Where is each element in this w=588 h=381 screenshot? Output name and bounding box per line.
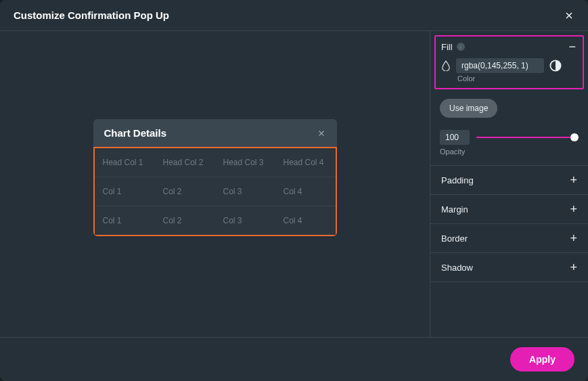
modal-footer: Apply [0,337,588,381]
chart-table-selection[interactable]: Head Col 1 Head Col 2 Head Col 3 Head Co… [93,147,337,236]
widget-title: Chart Details [104,127,167,139]
section-padding[interactable]: Padding + [430,165,588,194]
customize-confirmation-modal: Customize Confirmation Pop Up Chart Deta… [0,0,588,381]
table-header-cell: Head Col 2 [155,148,215,177]
modal-close-button[interactable] [564,10,574,21]
modal-body: Chart Details Head Col 1 Head Col 2 [0,31,588,337]
fill-color-input[interactable] [456,58,544,73]
slider-thumb[interactable] [570,133,579,141]
expand-icon: + [570,261,577,273]
fill-section-header: Fill i − [441,41,577,53]
table-cell: Col 1 [95,206,155,236]
table-cell: Col 4 [275,177,336,206]
expand-icon: + [570,174,577,186]
section-shadow[interactable]: Shadow + [430,252,588,282]
table-cell: Col 1 [95,177,155,206]
fill-color-row [441,58,577,73]
opacity-slider[interactable] [476,132,579,143]
contrast-icon[interactable] [549,60,562,72]
color-drop-icon[interactable] [441,60,451,71]
modal-title: Customize Confirmation Pop Up [14,9,169,21]
preview-canvas: Chart Details Head Col 1 Head Col 2 [0,31,430,337]
section-label: Shadow [441,263,473,273]
modal-header: Customize Confirmation Pop Up [0,0,588,31]
table-cell: Col 4 [275,206,336,236]
table-header-cell: Head Col 1 [95,148,155,177]
fill-color-label: Color [457,74,577,83]
table-header-cell: Head Col 4 [275,148,336,177]
section-label: Padding [441,175,474,185]
expand-icon: + [570,203,577,215]
table-row: Col 1 Col 2 Col 3 Col 4 [95,177,336,206]
close-icon [317,129,326,138]
widget-header: Chart Details [93,119,337,147]
slider-track [476,137,579,138]
opacity-row [440,130,579,145]
fill-label: Fill [441,42,453,52]
fill-section: Fill i − Color [434,35,584,89]
apply-button[interactable]: Apply [510,347,574,372]
section-margin[interactable]: Margin + [430,194,588,223]
widget-close-button[interactable] [317,129,326,138]
chart-details-widget[interactable]: Chart Details Head Col 1 Head Col 2 [93,119,337,236]
section-label: Border [441,233,468,244]
table-cell: Col 3 [215,177,275,206]
table-cell: Col 2 [155,177,215,206]
collapsible-sections: Padding + Margin + Border + Shadow + [430,165,588,282]
section-label: Margin [441,204,468,215]
fill-title-wrap: Fill i [441,42,465,52]
table-header-row: Head Col 1 Head Col 2 Head Col 3 Head Co… [95,148,336,177]
section-border[interactable]: Border + [430,223,588,252]
opacity-label: Opacity [440,148,579,156]
use-image-button[interactable]: Use image [440,99,497,118]
table-row: Col 1 Col 2 Col 3 Col 4 [95,206,336,236]
style-side-panel: Fill i − Color [430,31,588,337]
close-icon [564,10,574,21]
opacity-input[interactable] [440,130,470,145]
table-cell: Col 2 [155,206,215,236]
info-icon[interactable]: i [457,43,465,51]
table-cell: Col 3 [215,206,275,236]
table-header-cell: Head Col 3 [215,148,275,177]
expand-icon: + [570,232,577,244]
fill-controls: Use image Opacity [430,89,588,156]
chart-table: Head Col 1 Head Col 2 Head Col 3 Head Co… [95,148,336,235]
collapse-icon[interactable]: − [568,41,576,53]
